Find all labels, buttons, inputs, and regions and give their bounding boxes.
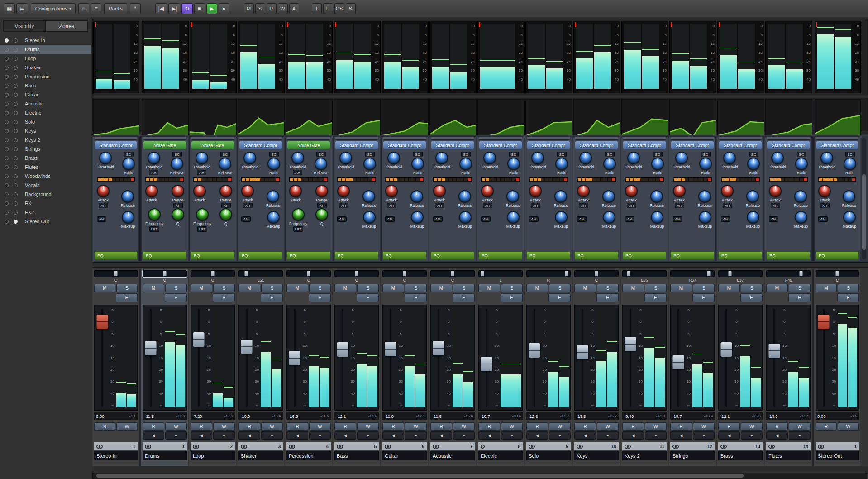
monitor-button[interactable]: ◀	[478, 431, 500, 440]
record-enable-button[interactable]: ●	[501, 431, 523, 440]
read-automation-button[interactable]: R	[670, 422, 692, 431]
view-s-button[interactable]: S	[346, 3, 356, 14]
racks-dropdown[interactable]: Racks	[104, 3, 127, 14]
makeup-knob[interactable]	[555, 211, 568, 224]
channel-name[interactable]: Acoustic	[430, 451, 475, 460]
am-button[interactable]: AM	[97, 216, 106, 222]
zone-dot-icon[interactable]	[14, 156, 18, 160]
rack-options-button[interactable]: *	[130, 3, 141, 14]
monitor-button[interactable]: ◀	[382, 431, 404, 440]
fader-lane[interactable]	[432, 307, 445, 408]
pan-handle[interactable]	[403, 271, 406, 276]
sidebar-channel-row[interactable]: Strings	[0, 144, 91, 153]
ratio-knob[interactable]	[507, 158, 520, 170]
zone-dot-icon[interactable]	[14, 192, 18, 196]
window-layout-button[interactable]: ▦	[4, 3, 15, 14]
ar-button[interactable]: AR	[723, 203, 732, 208]
visibility-dot-icon[interactable]	[5, 129, 9, 133]
threshold-knob[interactable]	[627, 152, 640, 164]
read-automation-button[interactable]: R	[526, 422, 548, 431]
insert-plugin-title[interactable]: Standard Compr	[335, 141, 378, 149]
solo-button[interactable]: S	[309, 284, 331, 292]
ar-button[interactable]: AR	[627, 203, 636, 208]
fader-lane[interactable]	[95, 307, 109, 408]
zone-dot-icon[interactable]	[14, 84, 18, 88]
monitor-button[interactable]: ◀	[574, 431, 596, 440]
sidebar-channel-row[interactable]: Drums	[0, 45, 91, 54]
write-automation-button[interactable]: W	[501, 422, 523, 431]
monitor-button[interactable]: ◀	[334, 431, 356, 440]
edit-channel-button[interactable]: E	[357, 293, 379, 302]
automation-r-button[interactable]: R	[267, 3, 277, 14]
zone-dot-icon[interactable]	[14, 93, 18, 97]
record-enable-button[interactable]: ●	[549, 431, 571, 440]
mute-button[interactable]: M	[382, 284, 404, 292]
release-knob[interactable]	[121, 190, 134, 203]
ratio-knob[interactable]	[844, 158, 856, 170]
channel-name[interactable]: Solo	[526, 451, 571, 460]
ar-button[interactable]: AR	[531, 203, 540, 208]
am-button[interactable]: AM	[721, 216, 730, 222]
write-automation-button[interactable]: W	[838, 422, 859, 431]
record-enable-button[interactable]: ●	[645, 431, 667, 440]
attack-knob[interactable]	[433, 185, 446, 197]
channel-strip[interactable]: R67MSE6051015203040∞-18.7-16.9RW◀●12Stri…	[669, 269, 716, 466]
pan-handle[interactable]	[307, 271, 310, 276]
ratio-knob[interactable]	[363, 158, 376, 170]
monitor-button[interactable]: ◀	[766, 431, 788, 440]
ratio-knob[interactable]	[555, 158, 568, 170]
record-enable-button[interactable]: ●	[357, 431, 379, 440]
edit-channel-button[interactable]: E	[165, 293, 187, 302]
sidebar-channel-row[interactable]: Woodwinds	[0, 172, 91, 181]
am-button[interactable]: AM	[241, 216, 251, 222]
mute-button[interactable]: M	[430, 284, 452, 292]
edit-channel-button[interactable]: E	[548, 293, 571, 302]
sidebar-channel-row[interactable]: FX	[0, 199, 91, 208]
visibility-dot-icon[interactable]	[5, 48, 9, 52]
zone-dot-icon[interactable]	[14, 174, 18, 178]
attack-knob[interactable]	[481, 185, 494, 197]
write-automation-button[interactable]: W	[261, 422, 283, 431]
monitor-button[interactable]: ◀	[622, 431, 644, 440]
ar-button[interactable]: AR	[197, 170, 206, 175]
record-enable-button[interactable]: ●	[165, 431, 187, 440]
makeup-knob[interactable]	[267, 211, 280, 224]
am-button[interactable]: AM	[769, 216, 778, 222]
am-button[interactable]: AM	[529, 216, 539, 222]
insert-plugin-title[interactable]: Standard Compr	[719, 141, 762, 149]
sc-button[interactable]: SC	[557, 152, 567, 157]
range-knob[interactable]	[172, 185, 184, 197]
q-knob[interactable]	[315, 208, 328, 221]
channel-strip[interactable]: L37MSE6051015203040∞-12.1-15.6RW◀●13Bras…	[717, 269, 764, 466]
fader-handle[interactable]	[241, 340, 253, 354]
channel-strip[interactable]: CMSE6051015203040∞-12.1-14.6RW◀●5Bass	[333, 269, 380, 466]
edit-channel-button[interactable]: E	[596, 293, 619, 302]
ratio-knob[interactable]	[795, 158, 808, 170]
sc-button[interactable]: SC	[413, 152, 423, 157]
pan-handle[interactable]	[595, 271, 598, 276]
fader-handle[interactable]	[721, 342, 732, 357]
channel-strip[interactable]: CMSE6051015203040∞-11.5-12.2RW◀●1Drums	[141, 269, 188, 466]
mute-button[interactable]: M	[718, 284, 740, 292]
threshold-knob[interactable]	[291, 152, 304, 164]
pan-handle[interactable]	[565, 271, 568, 276]
horizontal-scrollbar[interactable]	[92, 473, 867, 479]
makeup-knob[interactable]	[122, 211, 134, 224]
pan-handle[interactable]	[163, 271, 167, 276]
solo-button[interactable]: S	[165, 284, 187, 292]
pan-handle[interactable]	[211, 271, 215, 276]
write-automation-button[interactable]: W	[309, 422, 331, 431]
release-knob[interactable]	[650, 190, 663, 203]
edit-channel-button[interactable]: E	[501, 293, 523, 302]
automation-w-button[interactable]: W	[278, 3, 288, 14]
eq-section-bar[interactable]: EQ	[383, 252, 426, 259]
forward-button[interactable]: ▶|	[168, 3, 180, 14]
am-button[interactable]: AM	[385, 216, 395, 222]
visibility-dot-icon[interactable]	[5, 147, 9, 151]
threshold-knob[interactable]	[723, 152, 736, 164]
insert-plugin-title[interactable]: Noise Gate	[143, 141, 186, 149]
af-button[interactable]: AF	[173, 203, 183, 208]
write-automation-button[interactable]: W	[549, 422, 571, 431]
attack-knob[interactable]	[673, 185, 686, 197]
write-automation-button[interactable]: W	[789, 422, 811, 431]
